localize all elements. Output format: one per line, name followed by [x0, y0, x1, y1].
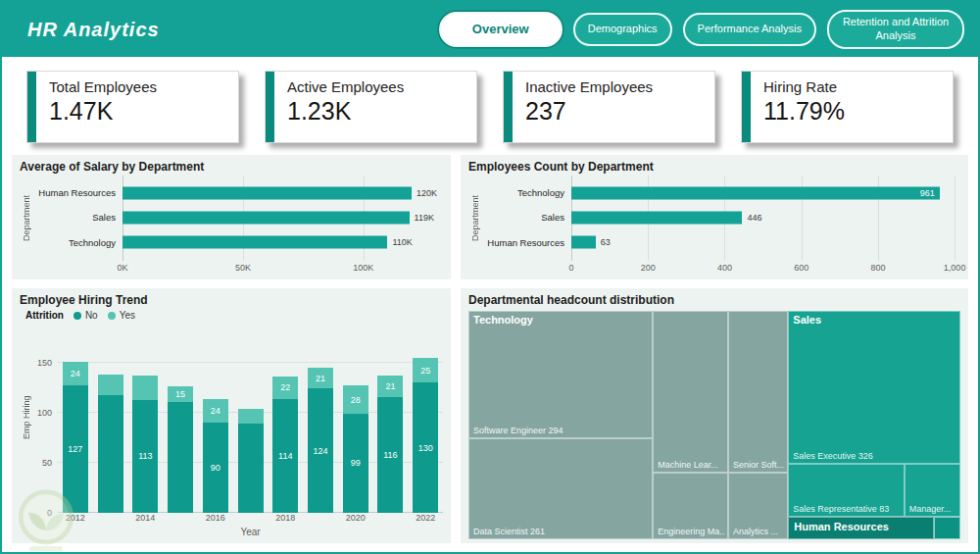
stacked-bar-2022[interactable]: 25130 — [413, 358, 438, 513]
segment-no[interactable]: 113 — [132, 400, 158, 513]
segment-no[interactable] — [238, 424, 264, 513]
x-axis: 02004006008001,000 — [571, 261, 960, 276]
treemap-cell-analytics[interactable]: Analytics ... — [728, 473, 788, 539]
treemap-cell-human-resources-other[interactable] — [934, 517, 960, 539]
category-label: Technology — [32, 230, 122, 255]
bar-row: 63 — [571, 230, 960, 255]
x-axis-tick-label: 2020 — [338, 513, 373, 526]
kpi-row: Total Employees 1.47K Active Employees 1… — [2, 57, 978, 155]
x-axis-tick-label: 2018 — [268, 513, 303, 526]
x-axis-tick-label — [373, 513, 409, 526]
segment-no[interactable]: 116 — [377, 397, 403, 513]
stacked-bar-2014[interactable]: 113 — [132, 376, 158, 513]
stacked-bar-2021[interactable]: 21116 — [377, 376, 403, 513]
tab-performance-analysis[interactable]: Performance Analysis — [683, 13, 816, 46]
bar-technology[interactable] — [122, 236, 387, 249]
segment-no[interactable]: 124 — [308, 388, 333, 513]
x-axis-tick-label — [233, 513, 269, 526]
treemap-cell-sales-executive[interactable]: Sales Executive 326 — [788, 311, 960, 464]
tab-retention-attrition-analysis[interactable]: Retention and Attrition Analysis — [827, 10, 964, 49]
bar-value-label: 446 — [747, 213, 761, 223]
treemap-cell-label: Analytics ... — [733, 527, 784, 536]
category-axis: TechnologySalesHuman Resources — [481, 176, 571, 261]
tab-overview[interactable]: Overview — [439, 12, 563, 47]
treemap: Software Engineer 294 Data Scientist 261… — [468, 311, 960, 539]
kpi-value: 237 — [525, 97, 653, 126]
bar-row: 119K — [122, 205, 443, 229]
kpi-accent-bar — [27, 72, 36, 142]
segment-yes[interactable]: 24 — [63, 362, 88, 386]
salary-bar-chart: Department Human ResourcesSalesTechnolog… — [20, 176, 443, 276]
treemap-cell-human-resources[interactable]: Human Resources — [788, 517, 934, 539]
treemap-cell-engineering-manager[interactable]: Engineering Ma... — [653, 473, 728, 539]
bar-column-2021: 21116 — [373, 323, 409, 513]
panel-employee-count-by-department: Employees Count by Department Department… — [461, 155, 968, 279]
kpi-body: Active Employees 1.23K — [274, 72, 404, 142]
tab-demographics[interactable]: Demographics — [573, 13, 672, 46]
category-label: Human Resources — [32, 180, 122, 205]
legend-item-no[interactable]: No — [74, 310, 98, 321]
segment-yes[interactable]: 21 — [377, 376, 403, 396]
segment-yes[interactable]: 22 — [272, 377, 298, 398]
segment-value-label: 124 — [313, 446, 327, 456]
bar-value-label: 119K — [415, 213, 434, 223]
segment-value-label: 130 — [418, 443, 433, 453]
chart-title: Employee Hiring Trend — [20, 293, 443, 307]
segment-no[interactable]: 114 — [272, 399, 298, 513]
stacked-bar-2013[interactable] — [98, 375, 123, 513]
segment-no[interactable]: 130 — [413, 382, 438, 513]
stacked-bar-2020[interactable]: 2899 — [343, 385, 368, 513]
bar-value-label: 63 — [601, 237, 611, 247]
treemap-cell-data-scientist[interactable]: Data Scientist 261 — [468, 438, 653, 539]
bar-column-2015: 15 — [163, 323, 198, 513]
x-axis-tick-label — [163, 513, 198, 526]
bar-rows: 120K119K110K — [122, 180, 443, 255]
stacked-bar-2017[interactable] — [238, 409, 264, 513]
x-axis: 0K50K100K — [122, 261, 443, 276]
legend-item-yes[interactable]: Yes — [108, 310, 135, 321]
panel-salary-by-department: Average of Salary by Department Departme… — [12, 155, 451, 279]
segment-value-label: 21 — [316, 374, 325, 383]
segment-yes[interactable]: 25 — [413, 358, 438, 383]
hr-analytics-dashboard: HR Analytics Overview Demographics Perfo… — [0, 0, 980, 554]
segment-yes[interactable] — [98, 375, 123, 394]
segment-no[interactable] — [168, 402, 193, 513]
segment-yes[interactable]: 21 — [308, 368, 333, 388]
watermark-logo — [8, 483, 84, 554]
treemap-cell-sales-representative[interactable]: Sales Representative 83 — [788, 464, 904, 517]
bar-technology[interactable] — [571, 186, 940, 199]
bar-human-resources[interactable] — [571, 236, 596, 249]
treemap-cell-label: Sales Executive 326 — [793, 451, 956, 461]
treemap-cell-manager[interactable]: Manager... — [905, 464, 960, 517]
kpi-label: Total Employees — [49, 78, 157, 95]
stacked-bar-2015[interactable]: 15 — [168, 386, 193, 513]
plot-area: 96144663 — [571, 176, 960, 261]
segment-yes[interactable] — [238, 409, 264, 424]
kpi-accent-bar — [266, 72, 274, 142]
treemap-cell-machine-learning[interactable]: Machine Lear... — [653, 311, 728, 473]
segment-yes[interactable] — [132, 376, 158, 400]
stacked-bar-2019[interactable]: 21124 — [308, 368, 333, 513]
kpi-value: 1.47K — [49, 97, 157, 126]
kpi-body: Hiring Rate 11.79% — [751, 72, 845, 142]
kpi-card-total-employees: Total Employees 1.47K — [26, 71, 239, 143]
bar-sales[interactable] — [571, 211, 742, 224]
bar-human-resources[interactable] — [122, 186, 412, 199]
stacked-bar-2018[interactable]: 22114 — [272, 377, 298, 513]
kpi-accent-bar — [742, 72, 751, 142]
stacked-bar-2016[interactable]: 2490 — [203, 399, 228, 513]
segment-yes[interactable]: 28 — [343, 385, 368, 414]
treemap-cell-label: Manager... — [909, 504, 956, 514]
treemap-cell-senior-software[interactable]: Senior Soft... — [728, 311, 788, 473]
segment-value-label: 24 — [71, 369, 80, 378]
segment-yes[interactable]: 15 — [168, 386, 193, 401]
segment-no[interactable]: 99 — [343, 414, 368, 513]
kpi-card-inactive-employees: Inactive Employees 237 — [503, 71, 715, 143]
bar-sales[interactable] — [122, 211, 410, 224]
chart-title: Employees Count by Department — [468, 160, 960, 174]
treemap-cell-software-engineer[interactable]: Software Engineer 294 — [468, 311, 653, 438]
y-axis-tick-label: 100 — [37, 408, 52, 418]
segment-no[interactable] — [98, 395, 123, 513]
segment-no[interactable]: 90 — [203, 423, 228, 513]
segment-yes[interactable]: 24 — [203, 399, 228, 424]
